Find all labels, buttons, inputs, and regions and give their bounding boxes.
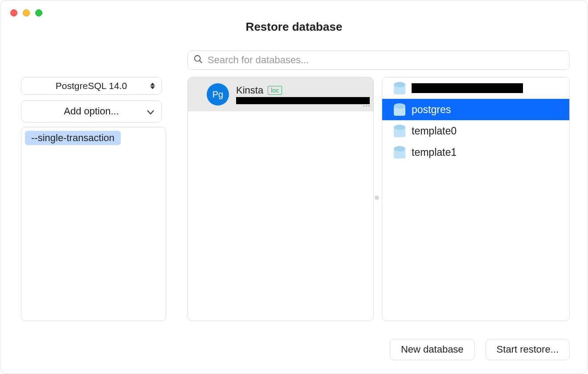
option-pill[interactable]: --single-transaction bbox=[25, 131, 121, 145]
connections-list: Pg Kinsta loc … bbox=[188, 77, 374, 321]
database-name: template1 bbox=[412, 146, 457, 159]
database-name: template0 bbox=[412, 125, 457, 137]
database-name: postgres bbox=[412, 104, 451, 116]
window-close-button[interactable] bbox=[10, 9, 17, 16]
connection-text: Kinsta loc bbox=[236, 85, 368, 104]
search-bar bbox=[188, 50, 570, 70]
database-row[interactable] bbox=[382, 77, 569, 99]
chevron-down-icon bbox=[147, 106, 154, 117]
start-restore-button[interactable]: Start restore... bbox=[486, 339, 570, 360]
search-input[interactable] bbox=[208, 54, 564, 66]
database-icon bbox=[394, 82, 405, 94]
connection-host-redacted bbox=[236, 97, 370, 104]
window-minimize-button[interactable] bbox=[23, 9, 30, 16]
dialog-title: Restore database bbox=[0, 20, 588, 34]
connection-row[interactable]: Pg Kinsta loc … bbox=[188, 77, 373, 111]
database-list: postgres template0 template1 bbox=[382, 77, 570, 321]
splitter-handle[interactable] bbox=[375, 195, 379, 200]
database-icon bbox=[394, 103, 405, 116]
postgres-version-select[interactable]: PostgreSQL 14.0 bbox=[21, 77, 162, 95]
database-name-redacted bbox=[412, 83, 523, 93]
database-row[interactable]: template1 bbox=[382, 142, 569, 163]
search-icon bbox=[193, 54, 203, 66]
window-zoom-button[interactable] bbox=[35, 9, 42, 16]
search-field-wrap[interactable] bbox=[188, 50, 570, 70]
connection-loc-tag: loc bbox=[268, 86, 282, 95]
dialog-window: Restore database PostgreSQL 14.0 Add opt… bbox=[0, 0, 588, 374]
traffic-lights bbox=[10, 9, 42, 16]
options-panel: PostgreSQL 14.0 Add option... --single-t… bbox=[21, 77, 166, 321]
svg-marker-2 bbox=[150, 83, 155, 86]
svg-point-0 bbox=[195, 56, 200, 61]
database-icon bbox=[394, 146, 405, 159]
add-option-select[interactable]: Add option... bbox=[21, 100, 162, 122]
new-database-button[interactable]: New database bbox=[390, 339, 475, 360]
database-icon bbox=[394, 125, 405, 137]
database-row[interactable]: template0 bbox=[382, 120, 569, 142]
svg-marker-3 bbox=[150, 86, 155, 89]
database-row[interactable]: postgres bbox=[382, 99, 569, 120]
footer-buttons: New database Start restore... bbox=[390, 339, 570, 360]
postgres-badge-icon: Pg bbox=[207, 83, 229, 106]
stepper-arrows-icon bbox=[150, 83, 155, 89]
svg-line-1 bbox=[200, 61, 202, 63]
connection-name: Kinsta bbox=[236, 85, 263, 96]
add-option-label: Add option... bbox=[64, 106, 119, 117]
truncation-ellipsis: … bbox=[363, 99, 371, 109]
options-list: --single-transaction bbox=[21, 127, 166, 321]
postgres-version-label: PostgreSQL 14.0 bbox=[56, 81, 127, 91]
